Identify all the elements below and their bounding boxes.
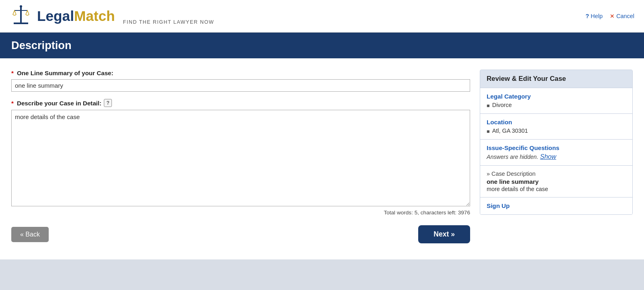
- case-description-section: Case Description one line summary more d…: [480, 166, 632, 197]
- main-content: * One Line Summary of your Case: * Descr…: [0, 58, 644, 259]
- location-link[interactable]: Location: [487, 119, 626, 125]
- tagline: FIND THE RIGHT LAWYER NOW: [123, 19, 214, 27]
- review-title: Review & Edit Your Case: [480, 70, 632, 88]
- form-area: * One Line Summary of your Case: * Descr…: [11, 70, 470, 243]
- location-value: Atl, GA 30301: [492, 128, 528, 134]
- location-section: Location ■ Atl, GA 30301: [480, 114, 632, 140]
- detail-help-button[interactable]: ?: [104, 99, 112, 107]
- back-button[interactable]: « Back: [11, 227, 49, 242]
- header: LegalMatch FIND THE RIGHT LAWYER NOW ? H…: [0, 0, 644, 33]
- logo-legal: Legal: [37, 8, 74, 24]
- button-row: « Back Next »: [11, 225, 470, 243]
- summary-input[interactable]: [11, 79, 470, 92]
- detail-label: * Describe your Case in Detail: ?: [11, 99, 470, 107]
- issue-specific-text: Answers are hidden. Show: [487, 153, 626, 160]
- page-title: Description: [11, 39, 633, 52]
- help-label: Help: [591, 13, 603, 19]
- bullet: ■: [487, 128, 490, 134]
- logo-match: Match: [74, 8, 115, 24]
- detail-textarea[interactable]: more details of the case: [11, 110, 470, 206]
- header-actions: ? Help ✕ Cancel: [586, 13, 634, 19]
- page-banner: Description: [0, 33, 644, 58]
- legal-category-section: Legal Category ■ Divorce: [480, 88, 632, 114]
- summary-label: * One Line Summary of your Case:: [11, 70, 470, 76]
- issue-specific-section: Issue-Specific Questions Answers are hid…: [480, 140, 632, 166]
- cancel-label: Cancel: [616, 13, 634, 19]
- issue-specific-link[interactable]: Issue-Specific Questions: [487, 144, 626, 151]
- cancel-icon: ✕: [610, 13, 615, 19]
- svg-rect-1: [14, 23, 28, 24]
- word-count: Total words: 5, characters left: 3976: [11, 210, 470, 216]
- case-description-detail: more details of the case: [487, 186, 626, 192]
- legal-category-item: ■ Divorce: [487, 102, 626, 109]
- cancel-link[interactable]: ✕ Cancel: [610, 13, 634, 19]
- signup-link[interactable]: Sign Up: [487, 202, 510, 209]
- next-button[interactable]: Next »: [418, 225, 470, 243]
- help-icon: ?: [586, 13, 589, 19]
- bullet: ■: [487, 103, 490, 109]
- signup-section: Sign Up: [480, 197, 632, 214]
- location-item: ■ Atl, GA 30301: [487, 128, 626, 134]
- logo-icon: [10, 5, 32, 27]
- answers-hidden-text: Answers are hidden.: [487, 154, 538, 160]
- case-description-label: Case Description: [487, 171, 626, 177]
- required-star-detail: *: [11, 100, 14, 107]
- svg-point-4: [20, 5, 22, 8]
- logo-text-group: LegalMatch: [37, 9, 115, 23]
- legal-category-value: Divorce: [492, 102, 512, 108]
- help-link[interactable]: ? Help: [586, 13, 603, 19]
- review-box: Review & Edit Your Case Legal Category ■…: [480, 70, 633, 215]
- sidebar: Review & Edit Your Case Legal Category ■…: [480, 70, 633, 243]
- show-link[interactable]: Show: [540, 153, 556, 160]
- logo-area: LegalMatch FIND THE RIGHT LAWYER NOW: [10, 5, 214, 27]
- case-description-summary: one line summary: [487, 178, 626, 185]
- legal-category-link[interactable]: Legal Category: [487, 93, 626, 100]
- required-star-summary: *: [11, 70, 14, 76]
